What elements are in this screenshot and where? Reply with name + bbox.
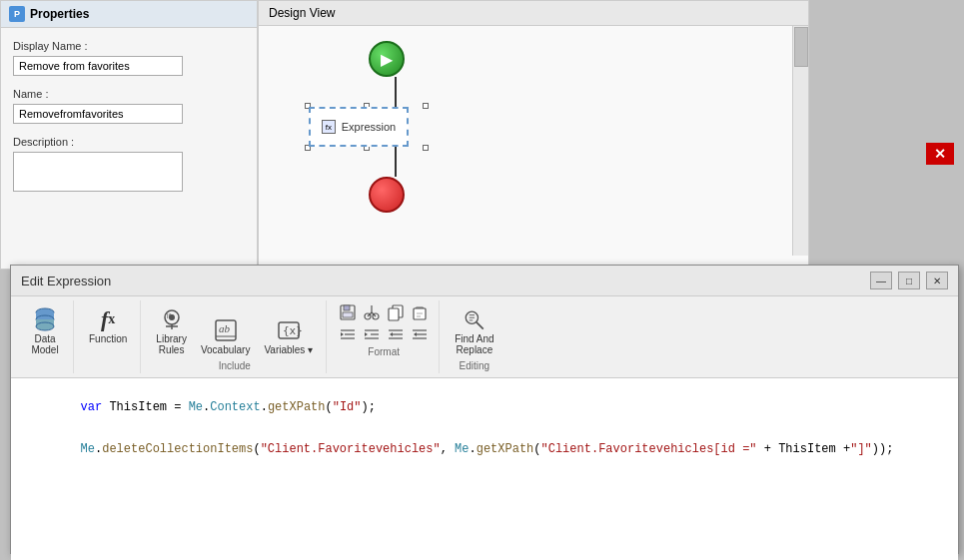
variables-button[interactable]: {x} Variables ▾	[259, 313, 318, 358]
name-label: Name :	[13, 88, 245, 100]
description-label: Description :	[13, 136, 245, 148]
handle-tr	[423, 103, 429, 109]
close-button[interactable]: ✕	[926, 272, 948, 289]
svg-point-4	[36, 322, 54, 330]
dialog-controls: — □ ✕	[870, 272, 948, 289]
expression-node-container[interactable]: fx Expression	[309, 107, 425, 147]
vocabulary-icon: ab	[212, 316, 240, 344]
red-x-button[interactable]: ✕	[926, 143, 954, 165]
play-icon: ▶	[381, 50, 393, 69]
find-replace-button[interactable]: Find AndReplace	[450, 302, 498, 358]
include-group: lib LibraryRules ab Vocabulary	[143, 300, 327, 373]
start-node: ▶	[369, 41, 405, 77]
indent2-button[interactable]	[361, 324, 383, 344]
include-label: Include	[219, 360, 251, 371]
vocabulary-label: Vocabulary	[201, 344, 250, 355]
find-replace-label: Find AndReplace	[455, 333, 493, 355]
dialog-titlebar: Edit Expression — □ ✕	[11, 266, 958, 296]
svg-line-46	[477, 322, 483, 329]
variables-icon: {x}	[275, 316, 303, 344]
library-rules-label: LibraryRules	[156, 333, 187, 355]
data-model-button[interactable]: DataModel	[25, 302, 65, 358]
vocabulary-button[interactable]: ab Vocabulary	[196, 313, 255, 358]
function-group: fx Function	[76, 300, 141, 373]
svg-text:ab: ab	[219, 322, 231, 334]
expression-label: Expression	[342, 121, 396, 133]
code-editor[interactable]: var ThisItem = Me.Context.getXPath("Id")…	[11, 378, 958, 560]
expression-node[interactable]: fx Expression	[309, 107, 409, 147]
save-button[interactable]	[337, 302, 359, 322]
minimize-button[interactable]: —	[870, 272, 892, 289]
properties-body: Display Name : Name : Description :	[1, 28, 257, 207]
format-label: Format	[368, 346, 400, 357]
format-group: Format	[329, 300, 440, 373]
svg-marker-44	[414, 332, 417, 336]
editing-label: Editing	[460, 360, 490, 371]
data-model-label: DataModel	[31, 333, 58, 355]
function-button[interactable]: fx Function	[84, 302, 132, 347]
cut-button[interactable]	[361, 302, 383, 322]
code-line-2: Me.deleteCollectionItems("Client.Favorit…	[23, 428, 946, 470]
connector-1	[395, 77, 397, 107]
properties-title: P Properties	[1, 1, 257, 28]
outdent1-button[interactable]	[385, 324, 407, 344]
edit-expression-dialog: Edit Expression — □ ✕ DataModel	[10, 265, 959, 554]
handle-br	[423, 145, 429, 151]
dialog-title: Edit Expression	[21, 274, 111, 288]
display-name-label: Display Name :	[13, 40, 245, 52]
properties-panel: P Properties Display Name : Name : Descr…	[0, 0, 258, 270]
indent1-button[interactable]	[337, 324, 359, 344]
svg-text:lib: lib	[167, 312, 174, 319]
find-replace-icon	[461, 305, 488, 333]
format-row1	[337, 302, 431, 322]
function-icon: fx	[94, 305, 122, 333]
display-name-input[interactable]	[13, 56, 183, 76]
scroll-thumb[interactable]	[794, 27, 808, 67]
include-items: lib LibraryRules ab Vocabulary	[151, 302, 318, 358]
name-input[interactable]	[13, 104, 183, 124]
expression-icon: fx	[322, 120, 336, 134]
design-body: ▶ fx Expression	[259, 26, 808, 256]
editor-container: var ThisItem = Me.Context.getXPath("Id")…	[11, 378, 958, 560]
svg-rect-24	[389, 308, 399, 320]
code-line-1: var ThisItem = Me.Context.getXPath("Id")…	[23, 386, 946, 428]
copy-button[interactable]	[385, 302, 407, 322]
database-icon	[31, 305, 59, 333]
svg-marker-36	[365, 332, 368, 336]
maximize-button[interactable]: □	[898, 272, 920, 289]
start-node-wrapper: ▶ fx Expression	[309, 41, 425, 213]
outdent2-button[interactable]	[409, 324, 431, 344]
library-rules-button[interactable]: lib LibraryRules	[151, 302, 192, 358]
library-rules-icon: lib	[158, 305, 186, 333]
workflow-canvas: ▶ fx Expression	[309, 41, 425, 213]
description-textarea[interactable]	[13, 152, 183, 192]
format-items	[337, 302, 431, 344]
design-panel: Design View ▶ fx Expre	[258, 0, 809, 270]
paste-button[interactable]	[409, 302, 431, 322]
data-model-group: DataModel	[17, 300, 74, 373]
svg-marker-40	[390, 332, 393, 336]
function-label: Function	[89, 333, 127, 344]
toolbar: DataModel fx Function	[11, 296, 958, 378]
svg-text:{x}: {x}	[283, 324, 303, 337]
end-node	[369, 177, 405, 213]
format-row2	[337, 324, 431, 344]
design-view-title: Design View	[259, 1, 808, 26]
svg-rect-17	[343, 312, 353, 317]
connector-2	[395, 147, 397, 177]
svg-rect-16	[344, 305, 350, 310]
design-scrollbar[interactable]	[792, 26, 808, 256]
editing-group: Find AndReplace Editing	[442, 300, 506, 373]
properties-icon: P	[9, 6, 25, 22]
variables-label: Variables ▾	[264, 344, 313, 355]
svg-marker-32	[341, 332, 344, 336]
